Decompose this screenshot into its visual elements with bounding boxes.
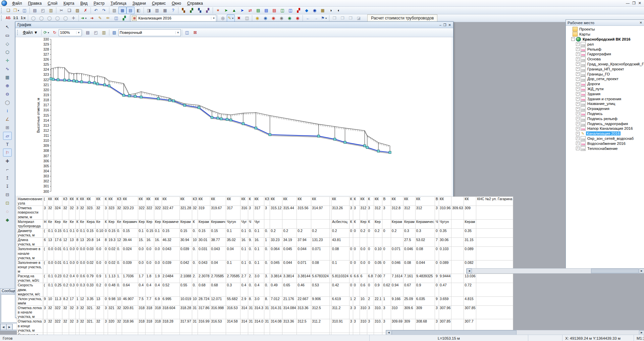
delete-template-button[interactable]: ⊠ xyxy=(191,29,199,36)
tool-text-button[interactable]: Т xyxy=(3,140,12,148)
tool-erase-button[interactable]: ◌ xyxy=(3,207,12,215)
labels-ab-button[interactable]: АБ xyxy=(4,14,12,22)
tree-item-layer[interactable]: +рел xyxy=(566,42,644,47)
scroll-left-icon[interactable]: ◀ xyxy=(467,269,472,273)
rewind-button[interactable]: ◐ xyxy=(335,7,343,14)
tree-item-layer[interactable]: +Граница_НП_проект xyxy=(566,66,644,71)
find-key-button[interactable]: ◉ xyxy=(253,14,261,22)
layer-import-button[interactable]: ➜▼ xyxy=(80,14,88,22)
profile-chart-button[interactable]: ▦ xyxy=(319,7,327,14)
open-document-button[interactable]: ❐▼ xyxy=(12,7,20,14)
table-new-button[interactable]: ▥ xyxy=(153,7,161,14)
tool-arrow-down-button[interactable]: ↧ xyxy=(3,182,12,190)
scroll-right-icon[interactable]: ▶ xyxy=(639,330,644,335)
snap-vertex-button[interactable]: ◯ xyxy=(37,14,45,22)
query-sql-button[interactable]: ▚ xyxy=(196,7,204,14)
snap-cursor-button[interactable]: ✛ xyxy=(69,14,77,22)
edit-nodes-button[interactable]: ✎ xyxy=(96,14,104,22)
find-point-button[interactable]: ◉ xyxy=(293,14,302,22)
print-preview-button[interactable]: ◰ xyxy=(39,7,47,14)
page-setup-button[interactable]: ▥ xyxy=(47,7,55,14)
chart-file-menu[interactable]: Файл ▼ xyxy=(20,29,40,36)
tool-finish-button[interactable]: ◆ xyxy=(3,216,12,224)
expand-icon[interactable]: + xyxy=(576,82,580,86)
expand-icon[interactable]: + xyxy=(576,97,580,101)
layer-export-button[interactable]: ➜ xyxy=(88,14,96,22)
net-analysis-button[interactable]: ✶ xyxy=(214,7,222,14)
find-code-button[interactable]: ◉ xyxy=(277,14,285,22)
find-table-button[interactable]: ◉ xyxy=(285,14,293,22)
menu-item-Растр[interactable]: Растр xyxy=(91,0,107,6)
tree-item-layer[interactable]: +Град_зонир_Краснобродский_ГО xyxy=(566,62,644,67)
expand-icon[interactable]: + xyxy=(576,147,580,150)
layer-extent-button[interactable]: ◧ xyxy=(135,7,143,14)
snap-grid-button[interactable]: ◯ xyxy=(61,14,69,22)
cut-button[interactable]: ✂ xyxy=(57,7,65,14)
menu-item-Сервис[interactable]: Сервис xyxy=(149,0,169,6)
bookmark-flag-button[interactable]: ⚑▼ xyxy=(320,14,328,22)
save-template-button[interactable]: ◫ xyxy=(183,29,191,36)
expand-icon[interactable]: + xyxy=(576,112,580,115)
expand-icon[interactable]: + xyxy=(576,136,580,140)
undo-button[interactable]: ↶ xyxy=(92,7,100,14)
redo-button[interactable]: ↷ xyxy=(100,7,108,14)
expand-icon[interactable]: + xyxy=(576,47,580,51)
menu-item-Правка[interactable]: Правка xyxy=(25,0,45,6)
tree-item-layer[interactable]: +Подпись рельеф xyxy=(566,116,644,121)
chart-window-button[interactable]: ▞ xyxy=(120,14,128,22)
print-button[interactable]: ▤ xyxy=(31,7,39,14)
scale-1-x-button[interactable]: 1:х xyxy=(19,14,27,22)
disabled-4-button[interactable]: ◪ xyxy=(355,14,363,22)
save-document-button[interactable]: ◫ xyxy=(20,7,29,14)
tree-item-layer[interactable]: +Напор Канализация 2016 xyxy=(566,126,644,131)
tool-arrow-up-button[interactable]: ↥ xyxy=(3,174,12,182)
menu-item-Задачи[interactable]: Задачи xyxy=(129,0,149,6)
print-setup-button[interactable]: ▥ xyxy=(100,29,108,36)
query-attributes-button[interactable]: ▚ xyxy=(179,7,187,14)
map-window-button[interactable]: ◫ xyxy=(112,14,120,22)
net-switch-button[interactable]: ⇄ xyxy=(246,7,254,14)
tree-item-layer[interactable]: +Теплоснабжение xyxy=(566,146,644,151)
tree-item-layer[interactable]: +Дор_сети_проект xyxy=(566,76,644,81)
tree-item-layer[interactable]: +Здания и строения xyxy=(566,96,644,101)
paste-button[interactable]: ▨ xyxy=(73,7,82,14)
expand-icon[interactable]: + xyxy=(576,72,580,76)
delete-button[interactable]: ✗ xyxy=(82,7,90,14)
expand-icon[interactable]: + xyxy=(576,107,580,111)
expand-icon[interactable]: + xyxy=(576,127,580,130)
layer-list-button[interactable]: ▤ xyxy=(126,7,135,14)
calculation-mode-combo[interactable]: Поверочный▼ xyxy=(118,29,181,36)
menu-item-Слой[interactable]: Слой xyxy=(45,0,60,6)
tool-split-button[interactable]: ⊟ xyxy=(3,190,12,198)
tree-item-layer[interactable]: +Водоснабжение 2016 xyxy=(566,141,644,146)
close-button[interactable]: ✕ xyxy=(638,1,641,5)
query-spatial-button[interactable]: ▞ xyxy=(187,7,196,14)
doc-blue-button[interactable]: ▤ xyxy=(262,7,270,14)
expand-icon[interactable]: + xyxy=(576,42,580,46)
restore-button[interactable]: ❐ xyxy=(632,1,636,5)
tool-curve-button[interactable]: ∿ xyxy=(3,65,12,73)
tree-item-layer[interactable]: +Подпись_гидрография xyxy=(566,121,644,126)
expand-icon[interactable]: + xyxy=(576,102,580,106)
disabled-1-button[interactable]: ❒ xyxy=(330,14,338,22)
tab-scroll-left-icon[interactable]: ◀ xyxy=(0,324,6,330)
tool-add-button[interactable]: ✚ xyxy=(3,157,12,165)
tool-pointer-button[interactable]: ↖ xyxy=(3,23,12,31)
tree-item-layer[interactable]: +Границы_ГО xyxy=(566,71,644,76)
expand-icon[interactable]: + xyxy=(576,62,580,66)
menu-item-Файл[interactable]: Файл xyxy=(9,0,25,6)
scroll-right-icon[interactable]: ▶ xyxy=(639,269,644,273)
print-button[interactable]: ▤ xyxy=(84,29,92,36)
dock-horizontal-scrollbar[interactable]: ◀ ▶ xyxy=(466,268,644,274)
expand-icon[interactable]: + xyxy=(576,117,580,120)
doc-red-button[interactable]: ▤ xyxy=(270,7,278,14)
scrollbar-thumb[interactable] xyxy=(591,269,639,273)
net-source-button[interactable]: ➤ xyxy=(222,7,230,14)
query-stats-button[interactable]: ▞ xyxy=(204,7,212,14)
copy-button[interactable]: ❑ xyxy=(65,7,73,14)
tree-item-layer[interactable]: +✎Канализация 2016 xyxy=(566,131,644,136)
tool-line-button[interactable]: ⌐ xyxy=(3,165,12,173)
tree-item-layer[interactable]: +Рельеф xyxy=(566,47,644,52)
piezo-chart-button[interactable]: ◉ xyxy=(311,7,319,14)
menu-item-Вид[interactable]: Вид xyxy=(77,0,91,6)
